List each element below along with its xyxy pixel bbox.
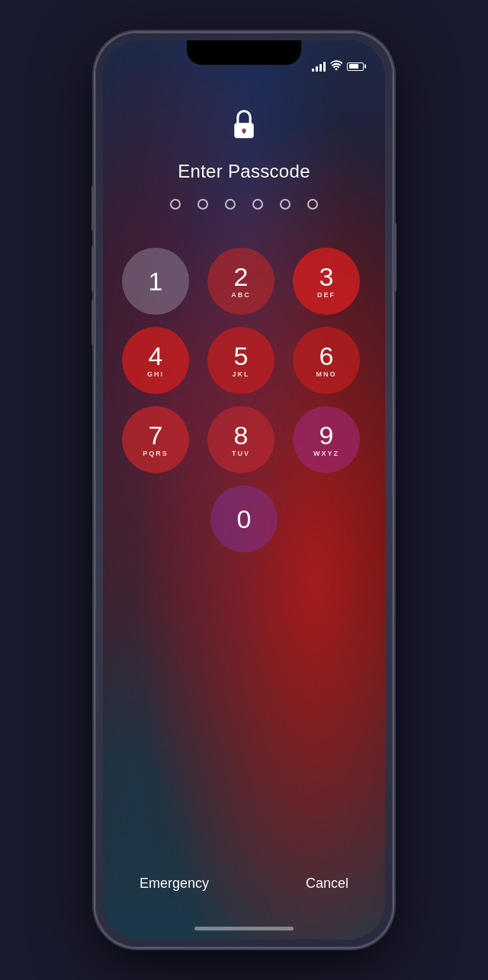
key-button-6[interactable]: 6 MNO: [293, 327, 360, 394]
passcode-title: Enter Passcode: [178, 161, 310, 182]
notch: [187, 40, 301, 65]
key-letters-6: MNO: [316, 370, 337, 378]
svg-rect-2: [243, 130, 246, 134]
signal-icon: [312, 62, 326, 72]
passcode-dot-2: [197, 199, 208, 210]
home-indicator: [194, 927, 294, 930]
key-number-6: 6: [319, 343, 334, 369]
key-empty-right: [293, 485, 360, 552]
screen-content: Enter Passcode 1 2 ABC: [103, 40, 385, 940]
key-button-8[interactable]: 8 TUV: [207, 406, 274, 473]
keypad: 1 2 ABC 3 DEF 4 GHI 5 JKL: [122, 248, 366, 552]
key-letters-2: ABC: [231, 291, 251, 299]
phone-frame: Enter Passcode 1 2 ABC: [95, 33, 393, 947]
passcode-dot-1: [170, 199, 181, 210]
key-button-9[interactable]: 9 WXYZ: [293, 406, 360, 473]
wifi-icon: [330, 60, 342, 72]
status-icons: [312, 60, 364, 72]
key-number-7: 7: [149, 422, 163, 448]
key-number-8: 8: [234, 422, 249, 448]
key-letters-5: JKL: [232, 370, 249, 378]
key-button-0[interactable]: 0: [210, 485, 278, 552]
key-number-2: 2: [234, 264, 249, 290]
key-button-4[interactable]: 4 GHI: [122, 327, 189, 394]
key-number-5: 5: [234, 343, 249, 369]
key-letters-4: GHI: [147, 370, 164, 378]
key-letters-8: TUV: [232, 450, 250, 457]
key-button-3[interactable]: 3 DEF: [293, 248, 360, 315]
key-number-0: 0: [237, 506, 252, 532]
battery-icon: [347, 62, 364, 71]
lock-icon: [230, 109, 258, 143]
bottom-actions: Emergency Cancel: [103, 870, 385, 898]
key-number-3: 3: [319, 264, 334, 290]
emergency-button[interactable]: Emergency: [133, 870, 215, 898]
key-number-1: 1: [149, 268, 163, 294]
key-button-5[interactable]: 5 JKL: [207, 327, 274, 394]
passcode-dot-5: [280, 199, 291, 210]
key-number-9: 9: [319, 422, 334, 448]
key-letters-9: WXYZ: [313, 450, 339, 457]
key-letters-3: DEF: [317, 291, 336, 299]
passcode-dot-4: [252, 199, 263, 210]
key-button-7[interactable]: 7 PQRS: [122, 406, 189, 473]
passcode-dot-6: [307, 199, 318, 210]
cancel-button[interactable]: Cancel: [300, 870, 355, 898]
phone-screen: Enter Passcode 1 2 ABC: [103, 40, 385, 940]
passcode-dots: [170, 199, 318, 210]
key-empty-left: [122, 485, 189, 552]
passcode-dot-3: [225, 199, 236, 210]
key-button-2[interactable]: 2 ABC: [207, 248, 274, 315]
key-letters-7: PQRS: [143, 450, 169, 457]
key-button-1[interactable]: 1: [122, 248, 189, 315]
key-number-4: 4: [149, 343, 163, 369]
